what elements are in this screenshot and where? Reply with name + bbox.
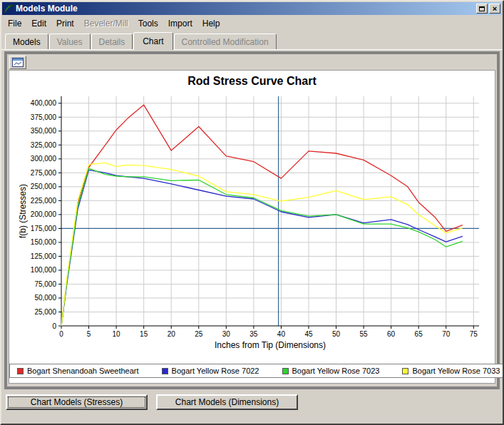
- menu-bar: FileEditPrintBeveler/MillToolsImportHelp: [1, 16, 503, 31]
- maximize-icon: [479, 6, 485, 11]
- chart-models-dimensions-button[interactable]: Chart Models (Dimensions): [156, 394, 298, 410]
- svg-text:5: 5: [86, 330, 91, 338]
- legend-label: Bogart Shenandoah Sweetheart: [27, 367, 139, 375]
- svg-text:75: 75: [469, 330, 478, 338]
- window-title: Models Module: [16, 4, 475, 14]
- svg-text:25: 25: [195, 330, 203, 338]
- close-button[interactable]: ×: [489, 4, 500, 14]
- legend-swatch: [282, 368, 289, 374]
- svg-text:f(b) (Stresses): f(b) (Stresses): [18, 184, 28, 238]
- svg-text:40: 40: [277, 330, 285, 338]
- toolbar-window-icon-button[interactable]: [9, 56, 26, 69]
- svg-text:70: 70: [442, 330, 451, 338]
- svg-text:15: 15: [140, 330, 148, 338]
- app-icon: [4, 4, 14, 14]
- legend-item-bogart-yellow-rose-7023: Bogart Yellow Rose 7023: [282, 367, 380, 375]
- chart-content-frame: Rod Stress Curve Chart 05101520253035404…: [4, 51, 500, 389]
- svg-text:350,000: 350,000: [30, 127, 56, 135]
- svg-text:175,000: 175,000: [30, 225, 56, 232]
- svg-text:55: 55: [359, 330, 368, 338]
- svg-text:20: 20: [167, 330, 175, 338]
- svg-text:325,000: 325,000: [30, 141, 56, 149]
- menu-tools[interactable]: Tools: [133, 16, 163, 31]
- menu-edit[interactable]: Edit: [26, 16, 51, 31]
- close-icon: ×: [493, 5, 497, 13]
- button-row: Chart Models (Stresses) Chart Models (Di…: [6, 394, 503, 410]
- svg-text:50: 50: [331, 330, 340, 338]
- svg-text:375,000: 375,000: [30, 113, 56, 121]
- svg-text:150,000: 150,000: [30, 238, 56, 246]
- tab-values[interactable]: Values: [49, 34, 91, 49]
- models-module-window: Models Module × FileEditPrintBeveler/Mil…: [0, 0, 504, 425]
- chart-legend: Bogart Shenandoah SweetheartBogart Yello…: [9, 364, 504, 378]
- svg-text:Inches from Tip (Dimensions): Inches from Tip (Dimensions): [214, 340, 325, 350]
- menu-beveler-mill: Beveler/Mill: [79, 16, 133, 31]
- tab-chart[interactable]: Chart: [133, 32, 173, 50]
- menu-help[interactable]: Help: [197, 16, 225, 31]
- tab-models[interactable]: Models: [5, 34, 48, 49]
- chart-models-stresses-button[interactable]: Chart Models (Stresses): [6, 394, 148, 410]
- legend-label: Bogart Yellow Rose 7023: [292, 367, 380, 375]
- chart-title: Rod Stress Curve Chart: [9, 75, 495, 88]
- mini-toolbar: [7, 54, 497, 70]
- legend-label: Bogart Yellow Rose 7022: [172, 367, 259, 375]
- tab-controlled-modification[interactable]: Controlled Modification: [174, 34, 277, 49]
- svg-text:45: 45: [304, 330, 313, 338]
- svg-text:225,000: 225,000: [30, 197, 56, 205]
- svg-text:0: 0: [52, 322, 56, 330]
- svg-text:25,000: 25,000: [34, 308, 56, 316]
- svg-text:200,000: 200,000: [30, 210, 56, 218]
- svg-text:125,000: 125,000: [30, 252, 56, 260]
- svg-text:400,000: 400,000: [30, 99, 56, 107]
- stress-chart[interactable]: 051015202530354045505560657075025,00050,…: [17, 89, 488, 352]
- tab-bar: ModelsValuesDetailsChartControlled Modif…: [1, 31, 503, 50]
- svg-text:35: 35: [250, 330, 258, 338]
- menu-file[interactable]: File: [3, 16, 26, 31]
- svg-text:75,000: 75,000: [34, 280, 56, 288]
- svg-text:300,000: 300,000: [30, 155, 56, 163]
- legend-swatch: [402, 368, 408, 374]
- legend-item-bogart-yellow-rose-7022: Bogart Yellow Rose 7022: [162, 367, 259, 375]
- legend-swatch: [17, 368, 24, 374]
- svg-text:100,000: 100,000: [30, 266, 56, 274]
- menu-print[interactable]: Print: [51, 16, 79, 31]
- svg-text:50,000: 50,000: [34, 294, 56, 302]
- menu-import[interactable]: Import: [163, 16, 197, 31]
- svg-text:10: 10: [112, 330, 120, 338]
- chart-panel: Rod Stress Curve Chart 05101520253035404…: [9, 70, 495, 384]
- legend-swatch: [162, 368, 168, 374]
- svg-text:30: 30: [222, 330, 230, 338]
- legend-label: Bogart Yellow Rose 7033: [412, 367, 500, 375]
- svg-text:65: 65: [414, 330, 423, 338]
- svg-text:275,000: 275,000: [30, 169, 56, 177]
- svg-text:60: 60: [387, 330, 396, 338]
- legend-item-bogart-yellow-rose-7033: Bogart Yellow Rose 7033: [402, 367, 500, 375]
- title-bar: Models Module ×: [2, 2, 502, 15]
- svg-text:0: 0: [59, 330, 63, 338]
- maximize-button[interactable]: [476, 4, 488, 14]
- legend-item-bogart-shenandoah-sweetheart: Bogart Shenandoah Sweetheart: [17, 367, 139, 375]
- tab-details[interactable]: Details: [91, 34, 133, 49]
- svg-text:250,000: 250,000: [30, 183, 56, 190]
- window-icon: [12, 58, 24, 67]
